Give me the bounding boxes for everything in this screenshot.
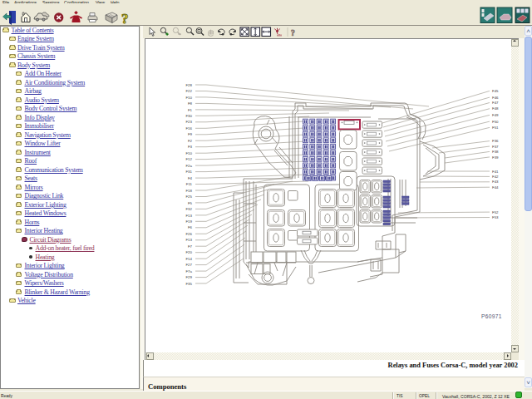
- svg-text:F2a: F2a: [185, 164, 192, 168]
- svg-text:F31: F31: [185, 170, 192, 174]
- svg-text:F39: F39: [492, 155, 499, 160]
- svg-text:F44: F44: [492, 185, 499, 190]
- svg-text:F18: F18: [185, 189, 192, 193]
- svg-text:F1: F1: [188, 108, 193, 112]
- svg-text:F23: F23: [185, 120, 192, 124]
- svg-text:F50: F50: [492, 120, 499, 124]
- svg-text:F46: F46: [492, 96, 499, 100]
- svg-text:F4: F4: [188, 176, 193, 180]
- svg-text:F19: F19: [185, 219, 192, 224]
- svg-text:F2: F2: [188, 139, 193, 143]
- svg-text:F30: F30: [185, 114, 192, 118]
- svg-text:F29: F29: [185, 275, 192, 279]
- svg-text:F13: F13: [185, 238, 192, 242]
- svg-text:F36: F36: [492, 139, 499, 143]
- svg-text:F35: F35: [185, 282, 192, 286]
- svg-text:F7: F7: [188, 244, 193, 249]
- svg-text:F12: F12: [185, 157, 192, 161]
- svg-text:F26: F26: [185, 232, 192, 236]
- svg-text:F6: F6: [188, 225, 193, 229]
- svg-text:F52: F52: [492, 210, 499, 214]
- svg-text:F47: F47: [492, 101, 499, 105]
- svg-text:F11: F11: [186, 182, 193, 186]
- svg-text:F16: F16: [185, 126, 192, 131]
- svg-text:F5: F5: [188, 201, 193, 205]
- svg-text:P60971: P60971: [481, 313, 502, 319]
- svg-text:F13: F13: [185, 214, 192, 218]
- svg-text:F28: F28: [185, 83, 192, 87]
- svg-text:F51: F51: [492, 126, 499, 130]
- svg-text:F22: F22: [185, 89, 192, 93]
- svg-text:F42: F42: [492, 175, 499, 179]
- svg-text:F49: F49: [492, 113, 499, 117]
- svg-text:F20: F20: [185, 250, 192, 254]
- svg-text:?: ?: [121, 11, 129, 25]
- svg-text:F27: F27: [185, 263, 192, 267]
- svg-text:F53: F53: [492, 215, 499, 219]
- svg-text:F14: F14: [185, 257, 192, 261]
- svg-text:F9: F9: [188, 132, 193, 136]
- svg-text:F48: F48: [492, 106, 499, 111]
- svg-text:F8: F8: [188, 101, 193, 106]
- svg-text:F37: F37: [492, 145, 499, 149]
- svg-text:?: ?: [291, 29, 295, 37]
- svg-text:F10: F10: [185, 96, 192, 100]
- svg-text:F38: F38: [492, 150, 499, 154]
- svg-text:F25: F25: [185, 195, 192, 199]
- svg-text:F43: F43: [492, 180, 499, 184]
- svg-text:F3: F3: [188, 145, 193, 149]
- svg-text:F32: F32: [185, 207, 192, 211]
- svg-text:F45: F45: [492, 89, 499, 93]
- svg-text:F7a: F7a: [185, 269, 192, 273]
- svg-text:F10: F10: [185, 151, 192, 155]
- svg-text:F41: F41: [492, 170, 499, 174]
